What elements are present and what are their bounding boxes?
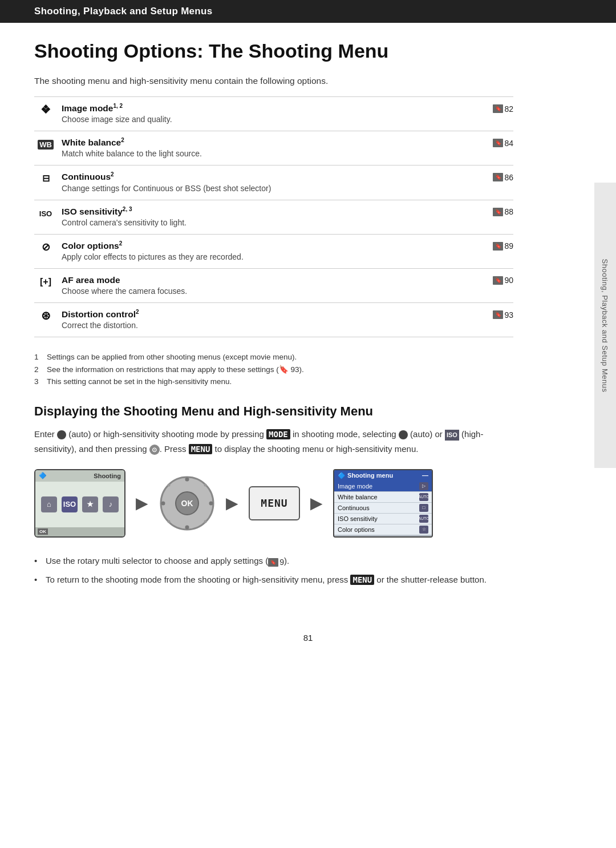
menu-item-name: White balance2 Match white balance to th… [62,131,473,165]
menu-item-icon-2: AUTO [419,493,428,501]
menu-item-row: ⊟ Continuous2 Change settings for Contin… [34,165,513,200]
cam-icon-3: ★ [82,496,98,512]
menu-screen-item-5: Color options ☆ [334,524,432,535]
menu-table: ❖ Image mode1, 2 Choose image size and q… [34,96,513,337]
auto-mode-icon [399,430,408,439]
menu-item-icon: WB [34,131,62,165]
svg-point-6 [204,483,207,486]
menu-item-name: Continuous2 Change settings for Continuo… [62,165,473,200]
ok-label-screen: OK [38,528,48,535]
menu-footer-text: Exit [358,536,368,538]
menu-screen-title: 🔷 Shooting menu [338,472,393,479]
illustration-row: 🔷 Shooting ⌂ ISO ★ ♪ OK ▶ [34,469,513,538]
intro-text: The shooting menu and high-sensitivity m… [34,76,513,86]
footnote-num: 1 [34,351,43,364]
menu-button-label: MENU [261,497,287,509]
sidebar-label: Shooting, Playback and Setup Menus [601,259,610,392]
bullet-item: Use the rotary multi selector to choose … [34,554,513,569]
page-container: Shooting, Playback and Setup Menus Shoot… [0,0,616,848]
menu-item-row: ⊛ Distortion control2 Correct the distor… [34,303,513,337]
menu-screen-item-3: Continuous □ [334,503,432,514]
menu-item-page: 🔖84 [473,131,513,165]
svg-point-7 [168,520,171,523]
body-para: Enter (auto) or high-sensitivity shootin… [34,427,513,457]
menu-screen-header: 🔷 Shooting menu — [334,470,432,481]
footnote-item: 2See the information on restrictions tha… [34,364,513,376]
menu-item-icon: ISO [34,200,62,234]
header-title: Shooting, Playback and Setup Menus [34,6,212,17]
menu-item-label-5: Color options [338,526,375,533]
menu-item-icon-1: ▷ [419,482,428,490]
page-number-value: 81 [303,633,313,643]
footnote-item: 1Settings can be applied from other shoo… [34,351,513,364]
menu-item-label-2: White balance [338,494,378,500]
svg-point-4 [209,501,213,505]
camera-screen-top: 🔷 Shooting [35,470,124,482]
menu-item-label-3: Continuous [338,504,370,511]
menu-item-label-1: Image mode [338,483,372,490]
menu-item-icon-3: □ [419,504,428,512]
cam-icon-2: ISO [62,496,78,512]
menu-screen-item-4: ISO sensitivity AUTO [334,514,432,524]
menu-item-name: Distortion control2 Correct the distorti… [62,303,473,337]
subsection-title: Displaying the Shooting Menu and High-se… [34,404,513,419]
menu-item-page: 🔖90 [473,268,513,302]
help-icon: ? [422,536,428,538]
menu-item-name: Image mode1, 2 Choose image size and qua… [62,97,473,131]
footnote-num: 2 [34,364,43,376]
menu-item-row: [+] AF area mode Choose where the camera… [34,268,513,302]
svg-text:OK: OK [181,499,193,508]
menu-item-icon: ⊘ [34,234,62,268]
chapter-title: Shooting Options: The Shooting Menu [34,40,513,62]
right-sidebar: Shooting, Playback and Setup Menus [594,183,616,468]
arrow-1: ▶ [136,494,148,512]
camera-screen-label: Shooting [94,473,121,479]
svg-point-3 [161,501,165,505]
svg-point-2 [185,525,189,529]
svg-point-5 [168,483,171,486]
menu-item-page: 🔖88 [473,200,513,234]
menu-item-page: 🔖89 [473,234,513,268]
menu-item-page: 🔖86 [473,165,513,200]
menu-screen-dash: — [422,472,428,479]
footnote-text: This setting cannot be set in the high-s… [47,375,232,388]
cam-icon-4: ♪ [103,496,119,512]
svg-point-8 [204,520,207,523]
bullet-list: Use the rotary multi selector to choose … [34,554,513,587]
mode-button-inline: MODE [266,429,290,439]
arrow-3: ▶ [310,494,323,512]
cam-icon-1: ⌂ [41,496,57,512]
arrow-2: ▶ [226,494,238,512]
menu-screen-item-2: White balance AUTO [334,492,432,503]
menu-item-row: ❖ Image mode1, 2 Choose image size and q… [34,97,513,131]
menu-item-icon: ❖ [34,97,62,131]
footnote-text: See the information on restrictions that… [47,364,304,376]
menu-item-row: ISO ISO sensitivity2, 3 Control camera's… [34,200,513,234]
menu-item-row: WB White balance2 Match white balance to… [34,131,513,165]
camera-screen-1: 🔷 Shooting ⌂ ISO ★ ♪ OK [34,469,125,538]
menu-inline-bullet: MENU [350,575,374,585]
camera-screen-icons: ⌂ ISO ★ ♪ [35,482,124,527]
camera-auto-icon [57,430,66,439]
page-number: 81 [0,621,616,648]
menu-item-name: AF area mode Choose where the camera foc… [62,268,473,302]
menu-item-icon: ⊛ [34,303,62,337]
ok-inline-icon: ⊙ [149,445,160,455]
menu-item-page: 🔖82 [473,97,513,131]
ok-dial: OK [159,475,216,532]
menu-item-icon-4: AUTO [419,515,428,523]
menu-footer-label: MENU [338,537,356,538]
menu-item-name: ISO sensitivity2, 3 Control camera's sen… [62,200,473,234]
header-bar: Shooting, Playback and Setup Menus [0,0,616,23]
ok-dial-svg: OK [159,475,216,532]
menu-button[interactable]: MENU [249,486,300,520]
menu-inline-label: MENU [189,444,213,454]
menu-item-icon-5: ☆ [419,526,428,534]
menu-item-name: Color options2 Apply color effects to pi… [62,234,473,268]
camera-icon-small: 🔷 [39,472,47,479]
footnote-num: 3 [34,375,43,388]
footnotes: 1Settings can be applied from other shoo… [34,351,513,388]
hsi-icon: ISO [445,430,459,441]
menu-item-icon: [+] [34,268,62,302]
menu-item-icon: ⊟ [34,165,62,200]
